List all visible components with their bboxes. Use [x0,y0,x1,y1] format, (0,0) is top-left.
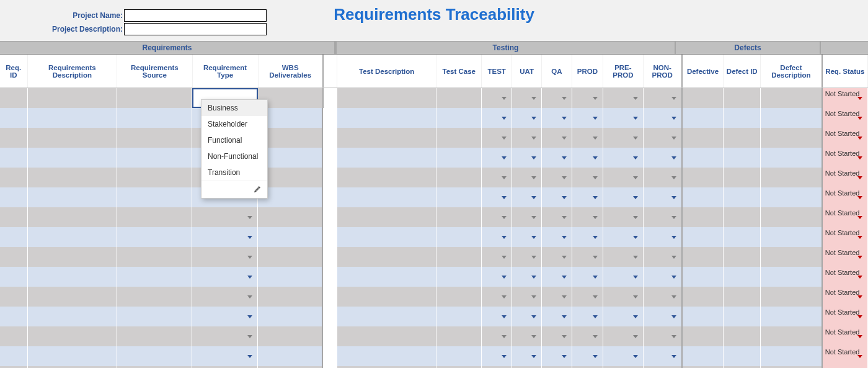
cell-req-id[interactable] [0,307,28,326]
cell-defect-id[interactable] [724,307,761,326]
cell-uat[interactable] [512,108,542,128]
cell-req-desc[interactable] [28,168,117,187]
cell-qa[interactable] [542,187,572,207]
cell-preprod[interactable] [603,128,644,148]
cell-test-case[interactable] [436,187,482,207]
cell-uat[interactable] [512,287,542,307]
cell-req-desc[interactable] [28,148,117,168]
cell-req-status[interactable]: Not Started [823,287,868,307]
cell-test[interactable] [482,326,512,346]
cell-req-status[interactable]: Not Started [823,187,868,207]
cell-nonprod[interactable] [644,287,683,307]
cell-req-type[interactable] [192,287,258,307]
cell-req-desc[interactable] [28,307,117,326]
cell-test[interactable] [482,187,512,207]
cell-defect-desc[interactable] [761,207,822,227]
cell-req-status[interactable]: Not Started [823,148,868,168]
project-name-input[interactable] [124,9,267,22]
cell-prod[interactable] [572,187,603,207]
cell-test-desc[interactable] [337,148,436,168]
dropdown-option[interactable]: Business [202,100,267,116]
cell-test-case[interactable] [436,247,482,267]
cell-defect-id[interactable] [724,148,761,168]
cell-req-desc[interactable] [28,187,117,207]
cell-nonprod[interactable] [644,326,683,346]
cell-wbs[interactable] [258,227,323,247]
project-desc-input[interactable] [124,23,267,35]
cell-qa[interactable] [542,287,572,307]
cell-nonprod[interactable] [644,267,683,287]
cell-defect-id[interactable] [724,267,761,287]
cell-req-src[interactable] [117,307,192,326]
cell-prod[interactable] [572,108,603,128]
req-type-dropdown[interactable]: BusinessStakeholderFunctionalNon-Functio… [201,99,268,199]
cell-req-desc[interactable] [28,207,117,227]
cell-preprod[interactable] [603,307,644,326]
cell-nonprod[interactable] [644,227,683,247]
cell-req-status[interactable]: Not Started [823,108,868,128]
cell-defective[interactable] [683,287,724,307]
cell-req-id[interactable] [0,267,28,287]
cell-req-status[interactable]: Not Started [823,168,868,187]
cell-uat[interactable] [512,148,542,168]
cell-test[interactable] [482,247,512,267]
cell-req-id[interactable] [0,287,28,307]
cell-preprod[interactable] [603,287,644,307]
cell-defect-id[interactable] [724,128,761,148]
cell-test[interactable] [482,267,512,287]
cell-test[interactable] [482,346,512,366]
cell-preprod[interactable] [603,267,644,287]
cell-req-status[interactable]: Not Started [823,326,868,346]
cell-defect-id[interactable] [724,108,761,128]
cell-qa[interactable] [542,207,572,227]
cell-defective[interactable] [683,326,724,346]
cell-req-id[interactable] [0,88,28,108]
dropdown-option[interactable]: Non-Functional [202,148,267,164]
cell-defect-id[interactable] [724,287,761,307]
cell-uat[interactable] [512,307,542,326]
cell-test[interactable] [482,227,512,247]
cell-uat[interactable] [512,346,542,366]
cell-defect-desc[interactable] [761,187,822,207]
cell-req-type[interactable] [192,326,258,346]
cell-test-case[interactable] [436,307,482,326]
cell-wbs[interactable] [258,346,323,366]
cell-req-desc[interactable] [28,287,117,307]
cell-req-id[interactable] [0,346,28,366]
cell-test-desc[interactable] [337,187,436,207]
cell-qa[interactable] [542,227,572,247]
cell-wbs[interactable] [258,168,323,187]
cell-test-case[interactable] [436,168,482,187]
cell-req-id[interactable] [0,247,28,267]
cell-prod[interactable] [572,307,603,326]
cell-test[interactable] [482,128,512,148]
cell-prod[interactable] [572,287,603,307]
cell-defective[interactable] [683,227,724,247]
cell-defect-id[interactable] [724,88,761,108]
cell-req-type[interactable] [192,227,258,247]
cell-test-case[interactable] [436,287,482,307]
cell-prod[interactable] [572,128,603,148]
cell-req-type[interactable] [192,346,258,366]
cell-test-case[interactable] [436,267,482,287]
cell-defect-id[interactable] [724,187,761,207]
dropdown-option[interactable]: Transition [202,164,267,181]
cell-req-type[interactable] [192,247,258,267]
cell-req-desc[interactable] [28,227,117,247]
cell-uat[interactable] [512,88,542,108]
dropdown-option[interactable]: Stakeholder [202,116,267,132]
cell-preprod[interactable] [603,346,644,366]
cell-test[interactable] [482,148,512,168]
cell-qa[interactable] [542,168,572,187]
cell-req-src[interactable] [117,187,192,207]
cell-defect-desc[interactable] [761,227,822,247]
cell-req-src[interactable] [117,207,192,227]
cell-defective[interactable] [683,128,724,148]
cell-req-type[interactable] [192,307,258,326]
cell-req-type[interactable] [192,207,258,227]
cell-test[interactable] [482,287,512,307]
cell-defective[interactable] [683,187,724,207]
cell-qa[interactable] [542,88,572,108]
cell-prod[interactable] [572,227,603,247]
cell-defect-desc[interactable] [761,287,822,307]
